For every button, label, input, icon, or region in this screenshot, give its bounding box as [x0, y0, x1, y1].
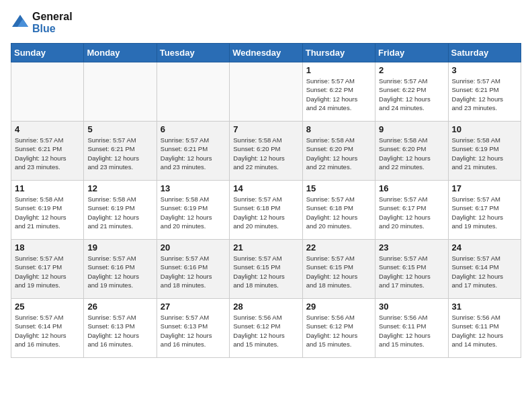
column-header-thursday: Thursday [302, 44, 375, 62]
day-number: 17 [452, 183, 517, 193]
day-info: Sunrise: 5:57 AM Sunset: 6:16 PM Dayligh… [87, 254, 152, 289]
day-info: Sunrise: 5:57 AM Sunset: 6:18 PM Dayligh… [233, 195, 298, 230]
day-info: Sunrise: 5:58 AM Sunset: 6:19 PM Dayligh… [452, 136, 517, 171]
week-row-5: 25Sunrise: 5:57 AM Sunset: 6:14 PM Dayli… [11, 299, 521, 358]
column-header-wednesday: Wednesday [230, 44, 302, 62]
week-row-1: 1Sunrise: 5:57 AM Sunset: 6:22 PM Daylig… [11, 62, 521, 122]
calendar-cell: 7Sunrise: 5:58 AM Sunset: 6:20 PM Daylig… [230, 122, 302, 181]
day-number: 21 [233, 242, 298, 253]
day-info: Sunrise: 5:58 AM Sunset: 6:19 PM Dayligh… [15, 195, 80, 230]
day-number: 15 [306, 183, 371, 193]
day-number: 11 [15, 183, 80, 193]
day-info: Sunrise: 5:57 AM Sunset: 6:14 PM Dayligh… [452, 254, 517, 289]
day-number: 25 [15, 302, 80, 312]
week-row-2: 4Sunrise: 5:57 AM Sunset: 6:21 PM Daylig… [11, 122, 521, 181]
calendar-cell: 15Sunrise: 5:57 AM Sunset: 6:18 PM Dayli… [302, 181, 375, 240]
day-number: 7 [233, 124, 298, 134]
calendar-cell: 25Sunrise: 5:57 AM Sunset: 6:14 PM Dayli… [11, 299, 84, 358]
calendar-cell: 27Sunrise: 5:57 AM Sunset: 6:13 PM Dayli… [157, 299, 229, 358]
calendar-cell: 9Sunrise: 5:58 AM Sunset: 6:20 PM Daylig… [375, 122, 448, 181]
day-info: Sunrise: 5:58 AM Sunset: 6:20 PM Dayligh… [233, 136, 298, 171]
day-number: 4 [15, 124, 80, 134]
column-header-monday: Monday [84, 44, 157, 62]
day-info: Sunrise: 5:57 AM Sunset: 6:21 PM Dayligh… [161, 136, 226, 171]
column-header-sunday: Sunday [11, 44, 84, 62]
day-info: Sunrise: 5:58 AM Sunset: 6:19 PM Dayligh… [161, 195, 226, 230]
calendar-cell: 21Sunrise: 5:57 AM Sunset: 6:15 PM Dayli… [230, 240, 302, 299]
calendar-cell: 8Sunrise: 5:58 AM Sunset: 6:20 PM Daylig… [302, 122, 375, 181]
day-info: Sunrise: 5:57 AM Sunset: 6:17 PM Dayligh… [379, 195, 444, 230]
day-number: 19 [87, 242, 152, 253]
day-info: Sunrise: 5:58 AM Sunset: 6:19 PM Dayligh… [87, 195, 152, 230]
day-number: 13 [161, 183, 226, 193]
calendar-header-row: SundayMondayTuesdayWednesdayThursdayFrid… [11, 44, 521, 62]
calendar-cell: 11Sunrise: 5:58 AM Sunset: 6:19 PM Dayli… [11, 181, 84, 240]
calendar-cell: 22Sunrise: 5:57 AM Sunset: 6:15 PM Dayli… [302, 240, 375, 299]
calendar-cell: 30Sunrise: 5:56 AM Sunset: 6:11 PM Dayli… [375, 299, 448, 358]
column-header-tuesday: Tuesday [157, 44, 229, 62]
calendar-cell: 12Sunrise: 5:58 AM Sunset: 6:19 PM Dayli… [84, 181, 157, 240]
day-info: Sunrise: 5:58 AM Sunset: 6:20 PM Dayligh… [306, 136, 371, 171]
day-number: 14 [233, 183, 298, 193]
day-number: 12 [87, 183, 152, 193]
day-number: 1 [306, 65, 371, 75]
day-info: Sunrise: 5:57 AM Sunset: 6:22 PM Dayligh… [306, 77, 371, 112]
calendar-cell: 4Sunrise: 5:57 AM Sunset: 6:21 PM Daylig… [11, 122, 84, 181]
day-info: Sunrise: 5:58 AM Sunset: 6:20 PM Dayligh… [379, 136, 444, 171]
calendar-table: SundayMondayTuesdayWednesdayThursdayFrid… [11, 43, 521, 358]
day-number: 29 [306, 302, 371, 312]
calendar-cell [230, 62, 302, 122]
calendar-cell: 26Sunrise: 5:57 AM Sunset: 6:13 PM Dayli… [84, 299, 157, 358]
calendar-cell: 10Sunrise: 5:58 AM Sunset: 6:19 PM Dayli… [448, 122, 521, 181]
logo-icon [11, 13, 30, 32]
day-info: Sunrise: 5:57 AM Sunset: 6:15 PM Dayligh… [233, 254, 298, 289]
day-info: Sunrise: 5:57 AM Sunset: 6:13 PM Dayligh… [87, 313, 152, 349]
calendar-cell: 13Sunrise: 5:58 AM Sunset: 6:19 PM Dayli… [157, 181, 229, 240]
calendar-cell [84, 62, 157, 122]
day-info: Sunrise: 5:57 AM Sunset: 6:22 PM Dayligh… [379, 77, 444, 112]
week-row-4: 18Sunrise: 5:57 AM Sunset: 6:17 PM Dayli… [11, 240, 521, 299]
day-info: Sunrise: 5:57 AM Sunset: 6:13 PM Dayligh… [161, 313, 226, 349]
day-number: 8 [306, 124, 371, 134]
logo-text: General Blue [32, 11, 73, 35]
calendar-cell: 3Sunrise: 5:57 AM Sunset: 6:21 PM Daylig… [448, 62, 521, 122]
day-info: Sunrise: 5:57 AM Sunset: 6:18 PM Dayligh… [306, 195, 371, 230]
day-number: 30 [379, 302, 444, 312]
calendar-cell: 5Sunrise: 5:57 AM Sunset: 6:21 PM Daylig… [84, 122, 157, 181]
day-info: Sunrise: 5:56 AM Sunset: 6:12 PM Dayligh… [233, 313, 298, 349]
day-info: Sunrise: 5:56 AM Sunset: 6:12 PM Dayligh… [306, 313, 371, 349]
day-number: 26 [87, 302, 152, 312]
page-header: General Blue [11, 11, 521, 35]
week-row-3: 11Sunrise: 5:58 AM Sunset: 6:19 PM Dayli… [11, 181, 521, 240]
day-number: 10 [452, 124, 517, 134]
day-number: 23 [379, 242, 444, 253]
day-number: 9 [379, 124, 444, 134]
day-number: 3 [452, 65, 517, 75]
calendar-cell: 28Sunrise: 5:56 AM Sunset: 6:12 PM Dayli… [230, 299, 302, 358]
day-info: Sunrise: 5:57 AM Sunset: 6:14 PM Dayligh… [15, 313, 80, 349]
day-info: Sunrise: 5:56 AM Sunset: 6:11 PM Dayligh… [379, 313, 444, 349]
calendar-cell: 23Sunrise: 5:57 AM Sunset: 6:15 PM Dayli… [375, 240, 448, 299]
calendar-cell: 20Sunrise: 5:57 AM Sunset: 6:16 PM Dayli… [157, 240, 229, 299]
calendar-cell: 16Sunrise: 5:57 AM Sunset: 6:17 PM Dayli… [375, 181, 448, 240]
day-number: 31 [452, 302, 517, 312]
day-number: 6 [161, 124, 226, 134]
calendar-cell: 17Sunrise: 5:57 AM Sunset: 6:17 PM Dayli… [448, 181, 521, 240]
day-number: 5 [87, 124, 152, 134]
day-number: 18 [15, 242, 80, 253]
calendar-cell: 29Sunrise: 5:56 AM Sunset: 6:12 PM Dayli… [302, 299, 375, 358]
day-info: Sunrise: 5:57 AM Sunset: 6:17 PM Dayligh… [15, 254, 80, 289]
day-number: 22 [306, 242, 371, 253]
calendar-cell: 19Sunrise: 5:57 AM Sunset: 6:16 PM Dayli… [84, 240, 157, 299]
calendar-cell: 1Sunrise: 5:57 AM Sunset: 6:22 PM Daylig… [302, 62, 375, 122]
day-info: Sunrise: 5:57 AM Sunset: 6:15 PM Dayligh… [306, 254, 371, 289]
day-info: Sunrise: 5:57 AM Sunset: 6:21 PM Dayligh… [87, 136, 152, 171]
calendar-cell [157, 62, 229, 122]
day-info: Sunrise: 5:57 AM Sunset: 6:17 PM Dayligh… [452, 195, 517, 230]
calendar-cell: 6Sunrise: 5:57 AM Sunset: 6:21 PM Daylig… [157, 122, 229, 181]
day-number: 27 [161, 302, 226, 312]
calendar-cell: 14Sunrise: 5:57 AM Sunset: 6:18 PM Dayli… [230, 181, 302, 240]
day-number: 16 [379, 183, 444, 193]
logo: General Blue [11, 11, 73, 35]
calendar-cell [11, 62, 84, 122]
